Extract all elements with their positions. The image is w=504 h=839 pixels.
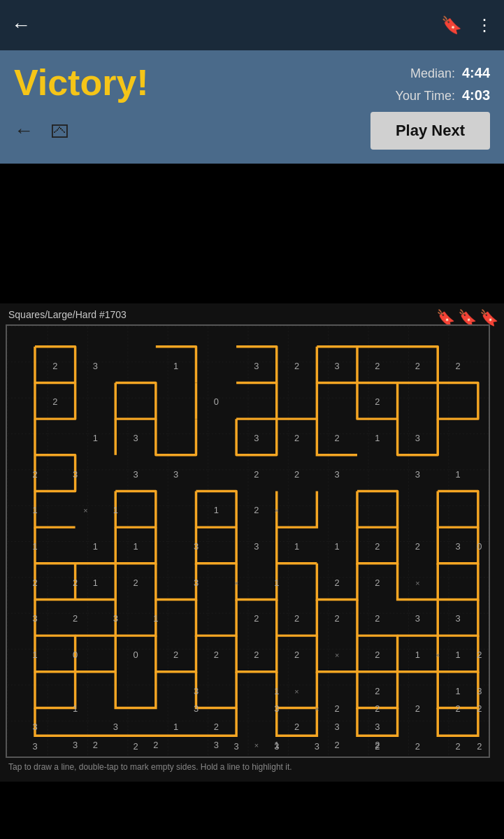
svg-text:×: ×	[435, 651, 440, 659]
svg-text:2: 2	[133, 578, 138, 588]
svg-text:1: 1	[274, 578, 279, 588]
svg-text:×: ×	[294, 687, 298, 696]
svg-text:1: 1	[335, 541, 340, 552]
svg-text:1: 1	[32, 541, 37, 552]
svg-text:1: 1	[153, 613, 158, 624]
svg-text:2: 2	[52, 396, 57, 407]
svg-text:3: 3	[415, 613, 420, 624]
svg-text:1: 1	[32, 650, 37, 660]
svg-text:2: 2	[133, 741, 138, 752]
your-time-label: Your Time:	[396, 89, 455, 103]
svg-text:2: 2	[455, 703, 460, 714]
svg-text:3: 3	[335, 361, 340, 371]
your-time-value: 4:03	[462, 87, 490, 103]
svg-text:2: 2	[375, 578, 380, 588]
svg-text:2: 2	[375, 703, 380, 714]
svg-text:3: 3	[32, 613, 37, 624]
svg-text:1: 1	[133, 541, 138, 552]
svg-text:3: 3	[274, 703, 279, 714]
svg-text:3: 3	[274, 741, 279, 752]
black-gap	[0, 164, 504, 303]
svg-text:3: 3	[113, 613, 118, 624]
svg-text:1: 1	[294, 541, 299, 552]
svg-text:3: 3	[194, 541, 199, 552]
svg-text:3: 3	[375, 722, 380, 732]
more-options-icon[interactable]: ⋮	[476, 15, 493, 35]
svg-text:3: 3	[73, 469, 78, 480]
victory-title: Victory!	[14, 62, 149, 103]
svg-text:2: 2	[375, 613, 380, 624]
svg-text:2: 2	[32, 469, 37, 480]
svg-text:2: 2	[415, 361, 420, 371]
svg-text:2: 2	[375, 650, 380, 660]
svg-text:3: 3	[335, 722, 340, 732]
svg-text:0: 0	[477, 541, 482, 552]
svg-text:1: 1	[375, 433, 380, 443]
play-next-button[interactable]: Play Next	[370, 112, 490, 150]
svg-text:2: 2	[214, 650, 219, 660]
svg-text:3: 3	[455, 613, 460, 624]
svg-text:1: 1	[93, 578, 98, 588]
svg-text:2: 2	[294, 433, 299, 443]
svg-text:2: 2	[335, 613, 340, 624]
svg-text:2: 2	[294, 361, 299, 371]
share-icon[interactable]: ⮹	[50, 120, 70, 143]
svg-text:×: ×	[275, 506, 279, 515]
bookmark-icon[interactable]: 🔖	[441, 15, 462, 35]
svg-text:1: 1	[173, 722, 178, 732]
svg-text:1: 1	[274, 686, 279, 696]
svg-text:2: 2	[73, 613, 78, 624]
svg-text:2: 2	[32, 578, 37, 588]
svg-text:3: 3	[32, 722, 37, 732]
puzzle-container: 🔖 🔖 🔖 Squares/Large/Hard #1703	[0, 303, 504, 782]
median-label: Median:	[410, 66, 455, 80]
svg-text:0: 0	[73, 650, 78, 660]
svg-text:2: 2	[335, 433, 340, 443]
svg-text:2: 2	[375, 361, 380, 371]
svg-text:2: 2	[294, 613, 299, 624]
svg-text:3: 3	[234, 741, 239, 752]
svg-text:3: 3	[133, 433, 138, 443]
svg-text:3: 3	[173, 469, 178, 480]
svg-text:3: 3	[315, 741, 319, 752]
svg-text:3: 3	[477, 686, 482, 696]
svg-text:2: 2	[294, 650, 299, 660]
svg-text:3: 3	[455, 541, 460, 552]
back-action-icon[interactable]: ←	[14, 120, 34, 142]
svg-text:2: 2	[254, 469, 259, 480]
svg-text:2: 2	[477, 741, 482, 752]
svg-text:0: 0	[214, 396, 219, 407]
svg-text:2: 2	[93, 740, 98, 750]
svg-text:×: ×	[415, 579, 419, 587]
svg-text:3: 3	[415, 433, 420, 443]
svg-text:2: 2	[294, 722, 299, 732]
svg-text:3: 3	[335, 469, 340, 480]
svg-text:3: 3	[93, 361, 98, 371]
svg-text:1: 1	[173, 361, 178, 371]
puzzle-hint: Tap to draw a line, double-tap to mark e…	[6, 758, 498, 776]
svg-text:2: 2	[335, 578, 340, 588]
median-value: 4:44	[462, 65, 490, 80]
svg-text:3: 3	[214, 740, 219, 750]
puzzle-board[interactable]: 2 3 1 3 2 3 2 2 2 2 0 2 1 3 3 2 2 1 3 2 …	[6, 324, 490, 758]
svg-text:1: 1	[455, 650, 460, 660]
svg-text:0: 0	[133, 650, 138, 660]
svg-text:1: 1	[214, 505, 219, 515]
svg-text:2: 2	[415, 541, 420, 552]
svg-text:3: 3	[133, 469, 138, 480]
svg-text:2: 2	[52, 361, 57, 371]
svg-text:×: ×	[315, 705, 319, 713]
svg-text:3: 3	[32, 741, 37, 752]
svg-text:1: 1	[415, 650, 420, 660]
svg-text:2: 2	[375, 541, 380, 552]
svg-text:2: 2	[173, 650, 178, 660]
svg-text:1: 1	[73, 703, 78, 714]
svg-text:2: 2	[375, 686, 380, 696]
svg-text:3: 3	[113, 722, 118, 732]
svg-text:1: 1	[32, 505, 37, 515]
svg-text:2: 2	[415, 741, 420, 752]
back-button[interactable]: ←	[11, 14, 31, 36]
svg-text:2: 2	[477, 650, 482, 660]
svg-text:3: 3	[254, 433, 259, 443]
svg-text:×: ×	[234, 579, 238, 587]
